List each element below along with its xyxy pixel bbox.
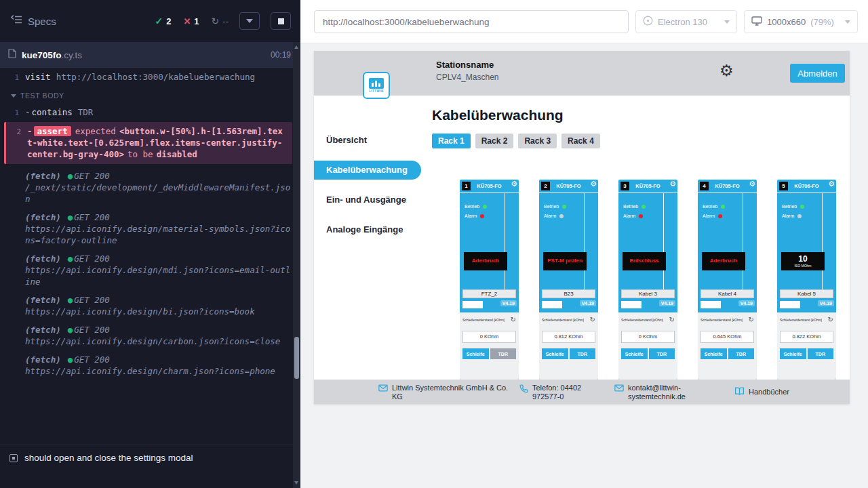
sidebar-item[interactable]: Analoge Eingänge: [314, 220, 421, 239]
electron-icon: [643, 16, 653, 28]
specs-title: Specs: [28, 16, 56, 27]
refresh-icon[interactable]: ↻: [511, 317, 516, 323]
visit-command-row[interactable]: 1 visithttp://localhost:3000/kabelueberw…: [4, 69, 292, 85]
tdr-button[interactable]: TDR: [490, 348, 517, 359]
scroll-down-icon[interactable]: [294, 481, 298, 485]
chevron-down-icon: [246, 19, 253, 23]
fetch-log-row[interactable]: (fetch)●GET 200 https://api.iconify.desi…: [4, 350, 292, 380]
schleife-button[interactable]: Schleife: [780, 348, 806, 359]
footer-manuals-link[interactable]: Handbücher: [734, 386, 789, 398]
fetch-log-row[interactable]: (fetch)●GET 200 https://api.iconify.desi…: [4, 208, 292, 249]
footer-email: kontakt@littwin-systemtechnik.de: [614, 384, 715, 401]
tdr-button[interactable]: TDR: [649, 348, 675, 359]
fetch-log-row[interactable]: (fetch)●GET 200 /_next/static/developmen…: [4, 167, 292, 208]
url-input[interactable]: [314, 10, 629, 33]
betrieb-led-icon: [483, 205, 487, 209]
scroll-up-icon[interactable]: [294, 45, 298, 49]
test-body-section-header[interactable]: TEST BODY: [4, 85, 292, 104]
tdr-button[interactable]: TDR: [728, 348, 755, 359]
fetch-status: GET 200: [74, 171, 110, 181]
divider: [777, 192, 836, 193]
logout-button[interactable]: Abmelden: [790, 64, 845, 83]
station-info: Stationsname CPLV4_Maschen: [436, 60, 499, 82]
fetch-log-row[interactable]: (fetch)●GET 200 https://api.iconify.desi…: [4, 249, 292, 291]
schleife-button[interactable]: Schleife: [621, 348, 648, 359]
card-gear-icon[interactable]: ⚙: [590, 180, 597, 188]
scrollbar-thumb[interactable]: [294, 337, 299, 379]
fetch-log-body: (fetch)●GET 200 /_next/static/developmen…: [25, 170, 292, 205]
divider: [584, 192, 585, 289]
pending-count: ↻--: [212, 16, 229, 26]
rack-tabs: Rack 1 Rack 2 Rack 3 Rack 4: [432, 134, 600, 148]
fetch-log-row[interactable]: (fetch)●GET 200 https://api.iconify.desi…: [4, 291, 292, 321]
factory-icon: [369, 78, 384, 89]
sidebar-item[interactable]: Kabelüberwachung: [314, 161, 421, 180]
line-number: 1: [4, 106, 19, 119]
fetch-log-body: (fetch)●GET 200 https://api.iconify.desi…: [25, 324, 292, 347]
browser-selector[interactable]: Electron 130: [635, 10, 737, 33]
alarm-indicator: Alarm: [782, 214, 802, 218]
status-text: 10: [798, 255, 807, 264]
card-gear-icon[interactable]: ⚙: [749, 180, 755, 188]
sidebar-item[interactable]: Ein- und Ausgänge: [314, 190, 421, 209]
firmware-version: V4.19: [659, 300, 675, 306]
stop-tests-button[interactable]: [271, 12, 291, 30]
card-gear-icon[interactable]: ⚙: [511, 180, 517, 188]
settings-gear-icon[interactable]: ⚙: [719, 63, 734, 79]
status-text: Aderbruch: [472, 258, 499, 264]
reporter-scrollbar[interactable]: [293, 42, 300, 488]
indicator-box: [701, 301, 721, 308]
refresh-icon[interactable]: ↻: [749, 317, 754, 323]
reporter-header: Specs ✓2 ✕1 ↻--: [0, 0, 300, 42]
browser-pane: Electron 130 1000x660 (79%) Stationsname…: [300, 0, 868, 488]
refresh-icon[interactable]: ↻: [590, 317, 595, 323]
pending-test-row[interactable]: should open and close the settings modal: [0, 445, 300, 488]
rack-tab[interactable]: Rack 1: [432, 134, 471, 148]
alarm-led-icon: [797, 214, 802, 218]
schleife-button[interactable]: Schleife: [542, 348, 568, 359]
specs-list-icon[interactable]: [11, 15, 22, 27]
status-dot-icon: ●: [68, 253, 73, 264]
fetch-url: https://api.iconify.design/charm.json?ic…: [25, 365, 292, 377]
collapse-all-button[interactable]: [239, 12, 260, 30]
main-content: Kabelüberwachung Rack 1 Rack 2 Rack 3 Ra…: [421, 96, 850, 380]
alarm-indicator: Alarm: [544, 214, 564, 218]
divider: [618, 192, 677, 193]
pending-test-icon: [9, 454, 18, 462]
viewport-selector[interactable]: 1000x660 (79%): [744, 10, 858, 33]
divider: [743, 192, 743, 289]
card-title: KÜ705-FO: [628, 183, 668, 189]
schleife-button[interactable]: Schleife: [462, 348, 489, 359]
check-icon: ✓: [155, 16, 163, 26]
refresh-icon[interactable]: ↻: [828, 317, 833, 323]
card-gear-icon[interactable]: ⚙: [669, 180, 676, 188]
rack-tab[interactable]: Rack 3: [518, 134, 557, 148]
line-number: [4, 354, 19, 377]
contains-command-row[interactable]: 1 containsTDR: [4, 104, 292, 121]
tdr-button[interactable]: TDR: [570, 348, 596, 359]
command-log: 1 visithttp://localhost:3000/kabelueberw…: [0, 68, 300, 445]
schleife-button[interactable]: Schleife: [701, 348, 727, 359]
betrieb-led-icon: [562, 205, 566, 209]
cable-label: B23: [542, 289, 595, 298]
tdr-button[interactable]: TDR: [808, 348, 834, 359]
fetch-log-body: (fetch)●GET 200 https://api.iconify.desi…: [25, 253, 292, 287]
refresh-icon[interactable]: ↻: [669, 317, 675, 323]
aut-stage: Stationsname CPLV4_Maschen ⚙ Abmelden LI…: [300, 43, 868, 488]
resistance-label: Schleifenwiderstand [kOhm]: [780, 318, 822, 322]
failed-assert-row[interactable]: 2 assertexpected<button.w-[50%].h-[1.563…: [4, 122, 292, 164]
spec-file-row[interactable]: kue705fo.cy.ts 00:19: [0, 42, 300, 68]
cable-label: FTZ_2: [462, 289, 516, 298]
alarm-led-icon: [480, 214, 484, 218]
card-gear-icon[interactable]: ⚙: [828, 180, 835, 188]
viewport-zoom: (79%): [810, 17, 834, 27]
sidebar-item[interactable]: Übersicht: [314, 131, 421, 150]
chevron-down-icon: [724, 20, 730, 24]
fetch-log-body: (fetch)●GET 200 https://api.iconify.desi…: [25, 211, 292, 246]
rack-tab[interactable]: Rack 2: [475, 134, 514, 148]
browser-toolbar: Electron 130 1000x660 (79%): [300, 0, 868, 43]
fetch-log-row[interactable]: (fetch)●GET 200 https://api.iconify.desi…: [4, 321, 292, 350]
footer-phone: Telefon: 04402 972577-0: [519, 384, 608, 401]
line-number: 1: [4, 71, 19, 83]
rack-tab[interactable]: Rack 4: [561, 134, 600, 148]
